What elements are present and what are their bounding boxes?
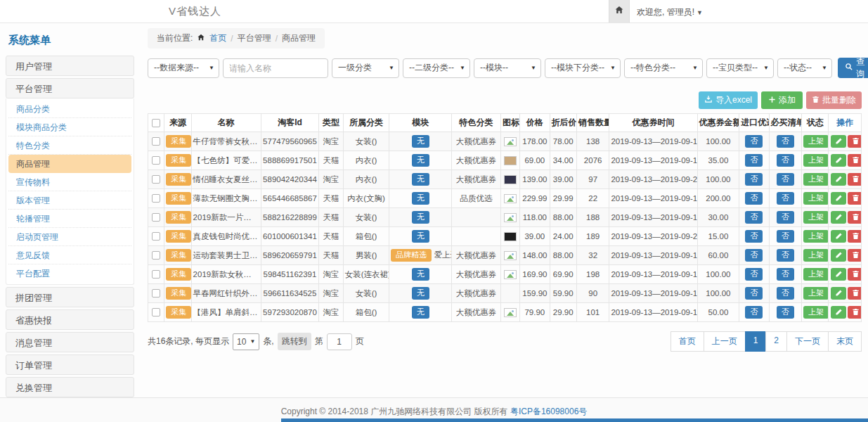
page-button[interactable]: 下一页 [786, 331, 829, 352]
import-select-badge[interactable]: 否 [745, 268, 763, 281]
import-select-badge[interactable]: 否 [745, 249, 763, 262]
page-button[interactable]: 上一页 [704, 331, 746, 352]
sidebar-group[interactable]: 消息管理 [6, 332, 134, 352]
must-buy-badge[interactable]: 否 [777, 173, 794, 186]
delete-button[interactable] [848, 287, 861, 300]
filter-select[interactable]: --特色分类--▼ [624, 58, 703, 78]
bottom-scrollbar[interactable] [281, 418, 868, 422]
sidebar-item[interactable]: 版本管理 [8, 191, 131, 210]
sidebar-group[interactable]: 订单管理 [6, 354, 134, 375]
must-buy-badge[interactable]: 否 [777, 268, 794, 281]
delete-button[interactable] [848, 211, 861, 224]
select-all-checkbox[interactable] [152, 119, 160, 127]
row-checkbox[interactable] [152, 175, 160, 184]
add-button[interactable]: 添加 [761, 91, 803, 109]
must-buy-badge[interactable]: 否 [777, 287, 794, 300]
must-buy-badge[interactable]: 否 [777, 211, 794, 224]
delete-button[interactable] [848, 268, 861, 281]
edit-button[interactable] [831, 154, 846, 167]
import-excel-button[interactable]: 导入excel [699, 91, 758, 109]
delete-button[interactable] [848, 154, 861, 167]
status-badge[interactable]: 上架 [803, 173, 829, 186]
status-badge[interactable]: 上架 [803, 192, 829, 205]
edit-button[interactable] [831, 249, 846, 262]
sidebar-group[interactable]: 兑换管理 [6, 377, 134, 397]
row-checkbox[interactable] [152, 308, 160, 316]
row-checkbox[interactable] [152, 194, 160, 203]
jump-button[interactable]: 跳转到 [278, 333, 311, 350]
delete-button[interactable] [848, 173, 861, 186]
edit-button[interactable] [831, 230, 846, 243]
import-select-badge[interactable]: 否 [745, 211, 763, 224]
status-badge[interactable]: 上架 [803, 287, 829, 300]
must-buy-badge[interactable]: 否 [777, 154, 794, 167]
edit-button[interactable] [831, 268, 846, 281]
sidebar-item[interactable]: 商品管理 [8, 155, 131, 173]
import-select-badge[interactable]: 否 [745, 306, 763, 319]
sidebar-group[interactable]: 用户管理 [6, 56, 134, 76]
import-select-badge[interactable]: 否 [745, 230, 763, 243]
filter-select[interactable]: --状态--▼ [777, 58, 832, 78]
row-checkbox[interactable] [152, 251, 160, 260]
filter-select[interactable]: --宝贝类型--▼ [706, 58, 774, 78]
import-select-badge[interactable]: 否 [745, 287, 763, 300]
breadcrumb-home-link[interactable]: 首页 [209, 32, 226, 44]
must-buy-badge[interactable]: 否 [777, 135, 794, 148]
sidebar-group[interactable]: 平台管理 [6, 78, 134, 98]
row-checkbox[interactable] [152, 137, 160, 146]
sidebar-item[interactable]: 轮播管理 [8, 210, 131, 228]
sidebar-item[interactable]: 特色分类 [8, 136, 131, 155]
status-badge[interactable]: 上架 [803, 249, 829, 262]
sidebar-group[interactable]: 省惠快报 [6, 309, 134, 330]
must-buy-badge[interactable]: 否 [777, 230, 794, 243]
page-button[interactable]: 首页 [671, 331, 704, 352]
row-checkbox[interactable] [152, 156, 160, 165]
sidebar-item[interactable]: 商品分类 [8, 100, 131, 118]
delete-button[interactable] [848, 249, 861, 262]
edit-button[interactable] [831, 173, 846, 186]
edit-button[interactable] [831, 211, 846, 224]
delete-button[interactable] [848, 230, 861, 243]
filter-select[interactable]: 一级分类▼ [332, 58, 399, 78]
import-select-badge[interactable]: 否 [745, 154, 763, 167]
jump-page-input[interactable] [327, 333, 352, 350]
query-button[interactable]: 查询 [838, 58, 868, 78]
filter-select[interactable]: --数据来源--▼ [148, 58, 219, 78]
row-checkbox[interactable] [152, 232, 160, 241]
must-buy-badge[interactable]: 否 [777, 249, 794, 262]
sidebar-item[interactable]: 意见反馈 [8, 246, 131, 264]
status-badge[interactable]: 上架 [803, 230, 829, 243]
row-checkbox[interactable] [152, 270, 160, 279]
sidebar-item[interactable]: 启动页管理 [8, 228, 131, 246]
sidebar-item[interactable]: 宣传物料 [8, 173, 131, 191]
filter-select[interactable]: --二级分类--▼ [403, 58, 470, 78]
edit-button[interactable] [831, 192, 846, 205]
icp-link[interactable]: 粤ICP备16098006号 [510, 407, 587, 416]
sidebar-group[interactable]: 拼团管理 [6, 287, 134, 307]
status-badge[interactable]: 上架 [803, 135, 829, 148]
edit-button[interactable] [831, 306, 846, 319]
sidebar-item[interactable]: 平台配置 [8, 264, 131, 283]
filter-select[interactable]: --模块下分类--▼ [545, 58, 621, 78]
delete-button[interactable] [848, 306, 861, 319]
status-badge[interactable]: 上架 [803, 154, 829, 167]
edit-button[interactable] [831, 135, 846, 148]
name-search-input[interactable] [223, 58, 328, 78]
row-checkbox[interactable] [152, 213, 160, 222]
page-button[interactable]: 末页 [828, 331, 862, 352]
must-buy-badge[interactable]: 否 [777, 192, 794, 205]
status-badge[interactable]: 上架 [803, 268, 829, 281]
import-select-badge[interactable]: 否 [745, 135, 763, 148]
per-page-select[interactable]: 10▼ [233, 333, 259, 350]
status-badge[interactable]: 上架 [803, 306, 829, 319]
row-checkbox[interactable] [152, 289, 160, 298]
import-select-badge[interactable]: 否 [745, 192, 763, 205]
must-buy-badge[interactable]: 否 [777, 306, 794, 319]
filter-select[interactable]: --模块--▼ [474, 58, 541, 78]
header-home-button[interactable] [609, 0, 630, 23]
user-menu[interactable]: 欢迎您, 管理员!▼ [637, 6, 703, 18]
delete-button[interactable] [848, 192, 861, 205]
edit-button[interactable] [831, 287, 846, 300]
page-button[interactable]: 1 [745, 331, 767, 352]
sidebar-item[interactable]: 模块商品分类 [8, 118, 131, 136]
